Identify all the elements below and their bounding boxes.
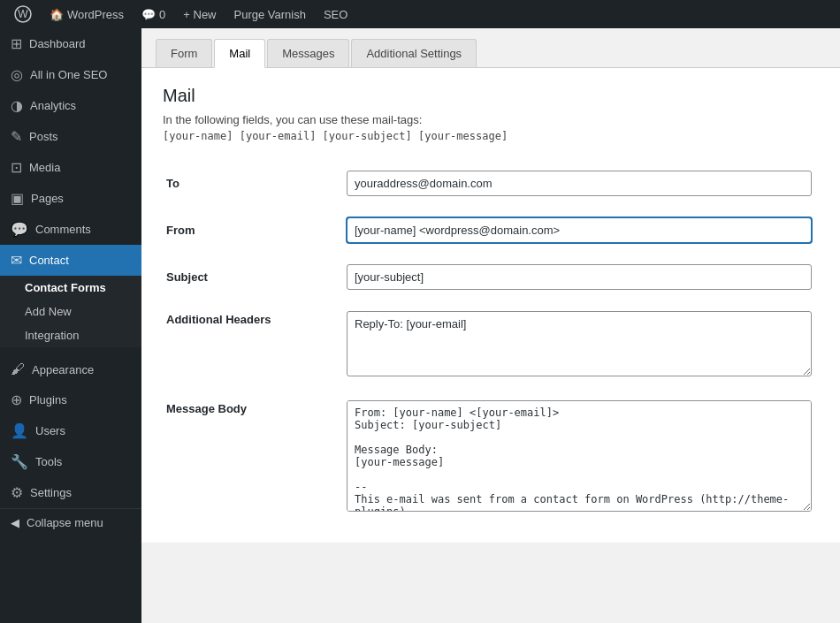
- sidebar-item-users[interactable]: 👤 Users: [0, 415, 141, 446]
- tab-messages[interactable]: Messages: [267, 39, 349, 67]
- home-icon: 🏠: [50, 8, 64, 21]
- contact-arrow: [134, 254, 141, 268]
- settings-icon: ⚙: [11, 484, 23, 501]
- collapse-menu-button[interactable]: ◀ Collapse menu: [0, 508, 141, 536]
- plugins-icon: ⊕: [11, 391, 22, 408]
- tools-icon: 🔧: [11, 453, 28, 470]
- subject-row: Subject: [163, 254, 819, 300]
- purge-varnish-button[interactable]: Purge Varnish: [227, 0, 313, 28]
- pages-icon: ▣: [11, 190, 24, 207]
- sidebar-item-contact[interactable]: ✉ Contact: [0, 245, 141, 276]
- media-icon: ⊡: [11, 159, 22, 176]
- comments-icon: 💬: [141, 8, 156, 21]
- additional-headers-label: Additional Headers: [163, 300, 340, 390]
- message-body-label: Message Body: [163, 390, 340, 525]
- analytics-icon: ◑: [11, 97, 23, 114]
- tab-additional-settings[interactable]: Additional Settings: [351, 39, 477, 67]
- dashboard-icon: ⊞: [11, 35, 22, 52]
- sidebar-item-analytics[interactable]: ◑ Analytics: [0, 90, 141, 121]
- subject-input[interactable]: [347, 264, 812, 290]
- users-icon: 👤: [11, 422, 28, 439]
- sidebar-item-plugins[interactable]: ⊕ Plugins: [0, 384, 141, 415]
- posts-icon: ✎: [11, 128, 22, 145]
- svg-text:W: W: [18, 8, 28, 20]
- sidebar: ⊞ Dashboard ◎ All in One SEO ◑ Analytics…: [0, 28, 141, 623]
- collapse-icon: ◀: [11, 516, 19, 529]
- sidebar-item-media[interactable]: ⊡ Media: [0, 152, 141, 183]
- additional-headers-row: Additional Headers: [163, 300, 819, 390]
- sidebar-item-appearance[interactable]: 🖌 Appearance: [0, 354, 141, 384]
- to-input[interactable]: [347, 171, 812, 196]
- tabs-bar: Form Mail Messages Additional Settings: [141, 28, 840, 68]
- from-label: From: [163, 207, 340, 254]
- wp-logo-icon: W: [14, 5, 32, 23]
- subject-label: Subject: [163, 254, 340, 300]
- sidebar-item-pages[interactable]: ▣ Pages: [0, 183, 141, 214]
- main-content: Form Mail Messages Additional Settings M…: [141, 28, 840, 623]
- tab-mail[interactable]: Mail: [214, 39, 265, 68]
- from-row: From: [163, 207, 819, 254]
- comments-nav-icon: 💬: [11, 221, 28, 238]
- sidebar-item-allinoneseo[interactable]: ◎ All in One SEO: [0, 59, 141, 90]
- message-body-row: Message Body: [163, 390, 819, 525]
- from-field-cell: [340, 207, 819, 254]
- mail-description: In the following fields, you can use the…: [163, 113, 819, 126]
- comments-button[interactable]: 💬 0: [134, 0, 172, 28]
- sidebar-item-tools[interactable]: 🔧 Tools: [0, 446, 141, 477]
- sidebar-item-settings[interactable]: ⚙ Settings: [0, 477, 141, 508]
- tab-form[interactable]: Form: [156, 39, 212, 67]
- additional-headers-field-cell: [340, 300, 819, 390]
- to-field-cell: [340, 160, 819, 207]
- additional-headers-textarea[interactable]: [347, 311, 812, 376]
- seo-icon: ◎: [11, 66, 23, 83]
- new-button[interactable]: + New: [176, 0, 223, 28]
- sidebar-item-posts[interactable]: ✎ Posts: [0, 121, 141, 152]
- from-input[interactable]: [347, 217, 812, 243]
- seo-button[interactable]: SEO: [317, 0, 355, 28]
- subject-field-cell: [340, 254, 819, 300]
- wp-logo-button[interactable]: W: [7, 0, 39, 28]
- mail-form-table: To From Subject: [163, 160, 819, 525]
- message-body-field-cell: [340, 390, 819, 525]
- contact-submenu: Contact Forms Add New Integration: [0, 276, 141, 347]
- contact-icon: ✉: [11, 252, 22, 269]
- mail-content: Mail In the following fields, you can us…: [141, 68, 840, 543]
- sidebar-subitem-add-new[interactable]: Add New: [0, 300, 141, 323]
- mail-tags: [your-name] [your-email] [your-subject] …: [163, 130, 819, 142]
- mail-title: Mail: [163, 86, 819, 106]
- message-body-textarea[interactable]: [347, 400, 812, 512]
- sidebar-subitem-integration[interactable]: Integration: [0, 323, 141, 347]
- appearance-icon: 🖌: [11, 361, 25, 377]
- site-name-button[interactable]: 🏠 WordPress: [42, 0, 131, 28]
- sidebar-item-dashboard[interactable]: ⊞ Dashboard: [0, 28, 141, 59]
- sidebar-subitem-contact-forms[interactable]: Contact Forms: [0, 276, 141, 300]
- sidebar-item-comments[interactable]: 💬 Comments: [0, 214, 141, 245]
- to-label: To: [163, 160, 340, 207]
- to-row: To: [163, 160, 819, 207]
- admin-bar: W 🏠 WordPress 💬 0 + New Purge Varnish SE…: [0, 0, 840, 28]
